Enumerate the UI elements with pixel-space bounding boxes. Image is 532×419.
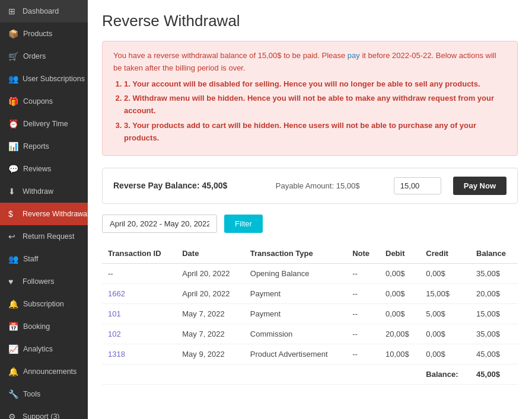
sidebar-item-staff[interactable]: 👥Staff [0,248,88,270]
transaction-id: -- [102,263,176,283]
sidebar-item-label: Withdraw [23,187,53,196]
debit: 0,00$ [380,263,420,283]
sidebar-item-label: Return Request [23,232,75,241]
col-balance: Balance [470,244,518,264]
transaction-id[interactable]: 102 [102,324,176,344]
alert-item-3: 3. Your products add to cart will be hid… [124,120,506,145]
sidebar-item-label: Staff [23,255,38,263]
transaction-id[interactable]: 1662 [102,283,176,303]
table-footer: Balance: 45,00$ [102,364,518,384]
alert-box: You have a reverse withdrawal balance of… [102,41,518,156]
alert-pay-link[interactable]: pay [348,51,360,60]
sidebar-item-label: Support (3) [23,412,60,419]
filter-button[interactable]: Filter [224,215,263,233]
sidebar-item-withdraw[interactable]: ⬇Withdraw [0,180,88,203]
followers-icon: ♥ [8,277,18,286]
sidebar-item-reports[interactable]: 📊Reports [0,135,88,158]
sidebar-item-label: Delivery Time [23,120,68,128]
balance-bar: Reverse Pay Balance: 45,00$ Payable Amou… [102,168,518,204]
col-date: Date [176,244,244,264]
sidebar-item-label: Coupons [23,97,53,105]
alert-main-text: You have a reverse withdrawal balance of… [113,50,506,75]
col-credit: Credit [420,244,470,264]
date-range-input[interactable] [102,215,217,233]
sidebar-item-label: Analytics [23,345,53,353]
debit: 0,00$ [380,283,420,303]
date: April 20, 2022 [176,263,244,283]
main-content: Reverse Withdrawal You have a reverse wi… [88,0,532,419]
balance: 35,00$ [470,324,518,344]
announcements-icon: 🔔 [8,367,18,376]
note: -- [346,324,380,344]
sidebar-item-tools[interactable]: 🔧Tools [0,383,88,405]
type: Payment [244,303,346,324]
booking-icon: 📅 [8,322,18,331]
sidebar-item-label: Reviews [23,165,51,173]
balance: 45,00$ [470,344,518,364]
sidebar-item-products[interactable]: 📦Products [0,23,88,45]
sidebar-item-followers[interactable]: ♥Followers [0,270,88,293]
debit: 10,00$ [380,344,420,364]
return-request-icon: ↩ [8,232,18,241]
sidebar-item-reverse-withdrawal[interactable]: $Reverse Withdrawal [0,203,88,225]
credit: 5,00$ [420,303,470,324]
sidebar-item-label: User Subscriptions [23,75,85,83]
sidebar-item-label: Booking [23,322,50,331]
sidebar-item-user-subscriptions[interactable]: 👥User Subscriptions [0,68,88,90]
sidebar-item-announcements[interactable]: 🔔Announcements [0,360,88,383]
user-subscriptions-icon: 👥 [8,74,18,84]
sidebar-item-reviews[interactable]: 💬Reviews [0,158,88,180]
sidebar-item-label: Products [23,30,52,38]
sidebar-item-delivery-time[interactable]: ⏰Delivery Time [0,113,88,135]
balance: 15,00$ [470,303,518,324]
sidebar-item-label: Dashboard [23,7,59,15]
type: Payment [244,283,346,303]
sidebar-item-label: Reverse Withdrawal [23,210,88,218]
orders-icon: 🛒 [8,52,18,61]
date: May 7, 2022 [176,324,244,344]
credit: 0,00$ [420,263,470,283]
reverse-balance-label: Reverse Pay Balance: 45,00$ [113,181,241,190]
amount-input[interactable] [394,177,441,194]
note: -- [346,344,380,364]
transaction-id[interactable]: 1318 [102,344,176,364]
table-header-row: Transaction IDDateTransaction TypeNoteDe… [102,244,518,264]
sidebar-item-orders[interactable]: 🛒Orders [0,45,88,68]
sidebar-item-subscription[interactable]: 🔔Subscription [0,293,88,315]
analytics-icon: 📈 [8,344,18,354]
footer-balance-label: Balance: [420,364,470,384]
tools-icon: 🔧 [8,389,18,399]
credit: 15,00$ [420,283,470,303]
table-row: 1662April 20, 2022Payment--0,00$15,00$20… [102,283,518,303]
dashboard-icon: ⊞ [8,7,18,16]
transaction-id[interactable]: 101 [102,303,176,324]
sidebar-item-support[interactable]: ⚙Support (3) [0,405,88,419]
sidebar-item-label: Followers [23,277,55,286]
balance: 20,00$ [470,283,518,303]
sidebar-item-label: Subscription [23,300,64,308]
sidebar-item-return-request[interactable]: ↩Return Request [0,225,88,248]
sidebar-item-analytics[interactable]: 📈Analytics [0,338,88,360]
support-icon: ⚙ [8,412,18,419]
products-icon: 📦 [8,29,18,39]
sidebar: ⊞Dashboard📦Products🛒Orders👥User Subscrip… [0,0,88,419]
sidebar-item-label: Tools [23,390,40,398]
sidebar-item-dashboard[interactable]: ⊞Dashboard [0,0,88,23]
sidebar-item-booking[interactable]: 📅Booking [0,315,88,338]
alert-item-1: 1. Your account will be disabled for sel… [124,78,506,91]
col-note: Note [346,244,380,264]
sidebar-item-label: Announcements [23,367,77,376]
alert-item-2: 2. Withdraw menu will be hidden. Hence y… [124,92,506,117]
date: May 9, 2022 [176,344,244,364]
withdraw-icon: ⬇ [8,187,18,196]
credit: 0,00$ [420,344,470,364]
table-body: --April 20, 2022Opening Balance--0,00$0,… [102,263,518,364]
sidebar-item-label: Reports [23,142,49,151]
credit: 0,00$ [420,324,470,344]
payable-amount-label: Payable Amount: 15,00$ [253,181,381,190]
page-title: Reverse Withdrawal [102,12,518,30]
type: Product Advertisement [244,344,346,364]
pay-now-button[interactable]: Pay Now [453,177,506,195]
sidebar-item-coupons[interactable]: 🎁Coupons [0,90,88,113]
type: Commission [244,324,346,344]
